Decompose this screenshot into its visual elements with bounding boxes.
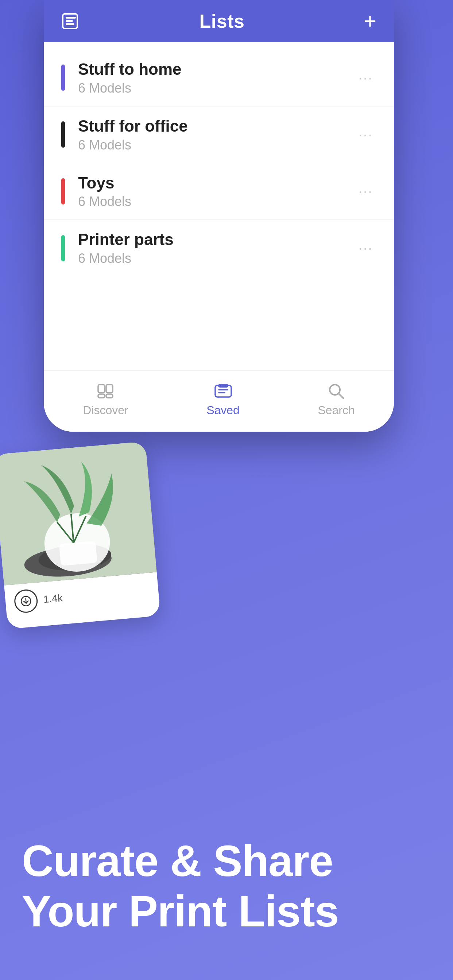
phone-mockup: Lists + Stuff to home 6 Models ··· Stuff… bbox=[44, 0, 394, 432]
color-indicator bbox=[61, 65, 65, 91]
item-title: Stuff to home bbox=[78, 60, 355, 79]
svg-rect-4 bbox=[98, 385, 105, 393]
color-indicator bbox=[61, 121, 65, 148]
list-nav-icon[interactable] bbox=[61, 12, 80, 30]
svg-rect-1 bbox=[65, 17, 76, 19]
headline-line2: Your Print Lists bbox=[22, 886, 431, 936]
discover-icon bbox=[96, 382, 115, 401]
tab-discover[interactable]: Discover bbox=[83, 382, 128, 417]
saved-icon bbox=[214, 382, 233, 401]
header-title: Lists bbox=[199, 10, 245, 32]
lists-container: Stuff to home 6 Models ··· Stuff for off… bbox=[44, 42, 394, 371]
item-subtitle: 6 Models bbox=[78, 194, 355, 209]
svg-rect-5 bbox=[106, 385, 113, 393]
card-image bbox=[0, 442, 157, 585]
item-text-group: Printer parts 6 Models bbox=[78, 230, 355, 266]
item-menu-button[interactable]: ··· bbox=[355, 123, 376, 146]
item-title: Printer parts bbox=[78, 230, 355, 250]
item-menu-button[interactable]: ··· bbox=[355, 236, 376, 260]
item-menu-button[interactable]: ··· bbox=[355, 180, 376, 203]
item-subtitle: 6 Models bbox=[78, 137, 355, 153]
download-button[interactable] bbox=[13, 589, 39, 614]
tab-bar: Discover Saved Search bbox=[44, 371, 394, 432]
list-item[interactable]: Stuff to home 6 Models ··· bbox=[44, 49, 394, 107]
app-header: Lists + bbox=[44, 0, 394, 42]
svg-line-13 bbox=[338, 393, 344, 398]
headline-line1: Curate & Share bbox=[22, 835, 431, 886]
color-indicator bbox=[61, 235, 65, 261]
color-indicator bbox=[61, 178, 65, 205]
svg-rect-18 bbox=[59, 541, 97, 566]
svg-rect-7 bbox=[106, 394, 113, 398]
tab-search-label: Search bbox=[318, 404, 354, 417]
tab-search[interactable]: Search bbox=[318, 382, 354, 417]
headline-section: Curate & Share Your Print Lists bbox=[22, 835, 431, 936]
item-menu-button[interactable]: ··· bbox=[355, 66, 376, 90]
list-item[interactable]: Stuff for office 6 Models ··· bbox=[44, 107, 394, 163]
list-item[interactable]: Toys 6 Models ··· bbox=[44, 163, 394, 220]
svg-rect-6 bbox=[98, 394, 105, 398]
item-subtitle: 6 Models bbox=[78, 81, 355, 96]
item-subtitle: 6 Models bbox=[78, 251, 355, 266]
svg-line-23 bbox=[26, 599, 26, 603]
item-title: Stuff for office bbox=[78, 117, 355, 136]
tab-saved-label: Saved bbox=[206, 404, 239, 417]
svg-rect-3 bbox=[65, 23, 74, 25]
item-text-group: Toys 6 Models bbox=[78, 173, 355, 210]
svg-rect-9 bbox=[218, 384, 228, 388]
tab-saved[interactable]: Saved bbox=[206, 382, 239, 417]
svg-rect-2 bbox=[65, 20, 73, 22]
floating-product-card: 1.4k bbox=[0, 442, 161, 629]
item-title: Toys bbox=[78, 173, 355, 193]
item-text-group: Stuff to home 6 Models bbox=[78, 60, 355, 96]
list-item[interactable]: Printer parts 6 Models ··· bbox=[44, 220, 394, 276]
search-icon bbox=[327, 382, 346, 401]
add-list-button[interactable]: + bbox=[364, 10, 376, 32]
item-text-group: Stuff for office 6 Models bbox=[78, 117, 355, 153]
download-count: 1.4k bbox=[43, 592, 64, 605]
tab-discover-label: Discover bbox=[83, 404, 128, 417]
